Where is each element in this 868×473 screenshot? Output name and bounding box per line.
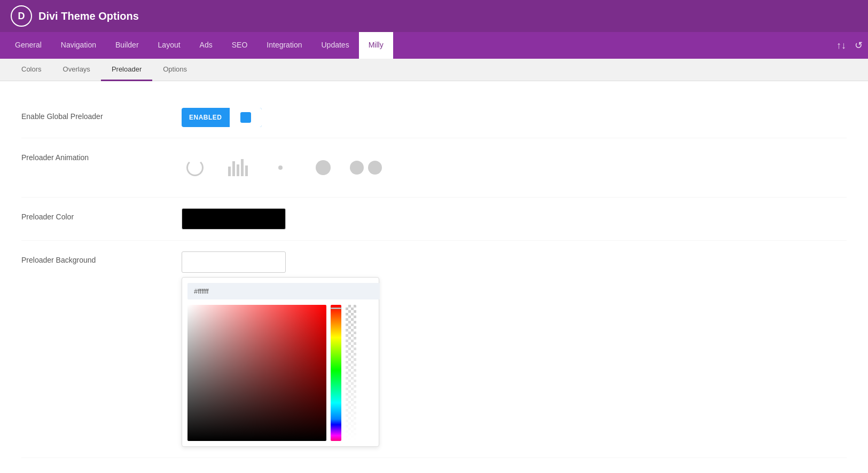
enable-preloader-label: Enable Global Preloader <box>21 108 182 121</box>
double-dot-icon <box>353 154 379 181</box>
tab-preloader[interactable]: Preloader <box>101 59 152 81</box>
divi-logo: D <box>11 5 32 27</box>
tab-colors[interactable]: Colors <box>11 59 52 81</box>
spinner-graphic <box>186 159 204 176</box>
nav-item-seo[interactable]: SEO <box>222 32 257 59</box>
animation-options <box>182 149 847 186</box>
nav-item-integration[interactable]: Integration <box>257 32 311 59</box>
nav-item-navigation[interactable]: Navigation <box>51 32 106 59</box>
setting-preloader-animation: Preloader Animation <box>21 138 847 198</box>
nav-item-milly[interactable]: Milly <box>359 32 393 59</box>
small-dot-icon <box>267 154 294 181</box>
toggle-switch[interactable] <box>230 108 262 127</box>
toggle-container[interactable]: ENABLED <box>182 108 262 127</box>
nav-bar: General Navigation Builder Layout Ads SE… <box>0 32 868 59</box>
preloader-animation-label: Preloader Animation <box>21 149 182 162</box>
color-gradient-picker[interactable] <box>187 305 326 441</box>
preloader-color-label: Preloader Color <box>21 208 182 221</box>
setting-preloader-background: Preloader Background <box>21 241 847 458</box>
color-picker <box>182 277 379 447</box>
bar-1 <box>228 167 231 176</box>
setting-preloader-color: Preloader Color <box>21 198 847 241</box>
tab-overlays[interactable]: Overlays <box>52 59 101 81</box>
preloader-background-label: Preloader Background <box>21 251 182 264</box>
anim-spinner[interactable] <box>182 154 208 181</box>
preloader-color-control <box>182 208 847 230</box>
nav-item-updates[interactable]: Updates <box>311 32 358 59</box>
sort-icon[interactable]: ↑↓ <box>836 40 846 51</box>
bar-2 <box>232 161 235 176</box>
preloader-background-control <box>182 251 847 447</box>
enable-preloader-control: ENABLED <box>182 108 847 127</box>
bars-graphic <box>228 159 248 176</box>
header-logo: D Divi Theme Options <box>11 5 139 27</box>
nav-item-builder[interactable]: Builder <box>106 32 148 59</box>
preloader-color-swatch[interactable] <box>182 208 286 230</box>
preloader-animation-control <box>182 149 847 186</box>
color-picker-body <box>187 305 373 441</box>
anim-small-dot[interactable] <box>267 154 294 181</box>
toggle-label: ENABLED <box>182 114 230 121</box>
toggle-knob <box>240 112 251 123</box>
spinner-icon <box>182 154 208 181</box>
anim-bars[interactable] <box>224 154 251 181</box>
hue-indicator <box>331 308 341 309</box>
preloader-background-swatch[interactable] <box>182 251 286 273</box>
tab-options[interactable]: Options <box>152 59 198 81</box>
double-dots-graphic <box>350 161 382 175</box>
bar-4 <box>241 159 244 176</box>
dot-graphic <box>278 165 283 170</box>
nav-actions: ↑↓ ↺ <box>836 32 863 59</box>
nav-item-layout[interactable]: Layout <box>148 32 190 59</box>
main-content: Enable Global Preloader ENABLED Preloade… <box>0 81 868 473</box>
color-alpha-slider[interactable] <box>346 305 356 441</box>
nav-item-general[interactable]: General <box>5 32 51 59</box>
anim-single-dot[interactable] <box>310 154 337 181</box>
bar-5 <box>245 165 248 176</box>
setting-enable-preloader: Enable Global Preloader ENABLED <box>21 97 847 138</box>
tabs-bar: Colors Overlays Preloader Options <box>0 59 868 81</box>
bar-3 <box>237 164 239 176</box>
color-hue-slider[interactable] <box>331 305 341 441</box>
anim-double-dot[interactable] <box>353 154 379 181</box>
nav-item-ads[interactable]: Ads <box>190 32 222 59</box>
single-dot-graphic <box>316 160 331 175</box>
header: D Divi Theme Options <box>0 0 868 32</box>
reset-icon[interactable]: ↺ <box>855 40 863 51</box>
dot-right <box>368 161 382 175</box>
dot-left <box>350 161 364 175</box>
header-title: Divi Theme Options <box>38 10 139 22</box>
color-hex-input[interactable] <box>187 283 380 299</box>
bars-icon <box>224 154 251 181</box>
single-dot-icon <box>310 154 337 181</box>
